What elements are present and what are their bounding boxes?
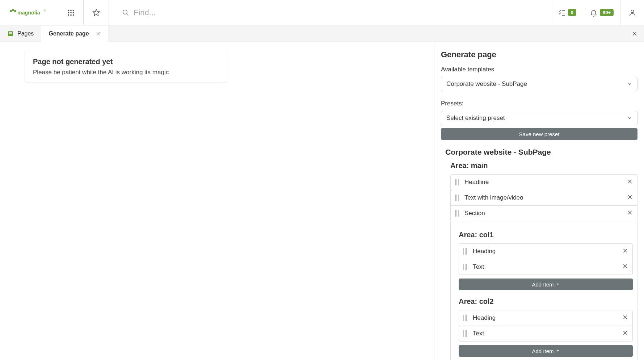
presets-label: Presets: <box>441 100 637 107</box>
remove-component-button[interactable] <box>622 314 628 322</box>
panel-title: Generate page <box>441 50 637 59</box>
template-heading: Corporate website - SubPage <box>445 148 637 156</box>
component-row-heading[interactable]: Heading <box>459 310 633 326</box>
preview-pane: Page not generated yet Please be patient… <box>0 42 434 360</box>
svg-point-5 <box>68 9 69 11</box>
remove-component-button[interactable] <box>627 210 633 217</box>
remove-component-button[interactable] <box>622 263 628 271</box>
add-item-col2-button[interactable]: Add Item <box>459 345 633 357</box>
svg-point-14 <box>123 10 127 14</box>
svg-text:magnolia: magnolia <box>17 9 41 15</box>
component-name: Heading <box>473 248 622 255</box>
remove-component-button[interactable] <box>622 330 628 337</box>
presets-value: Select existing preset <box>446 114 505 122</box>
component-row-text[interactable]: Text <box>459 326 633 342</box>
pages-icon <box>7 30 14 37</box>
svg-rect-19 <box>9 33 12 34</box>
svg-text:®: ® <box>44 9 46 12</box>
drag-handle-icon[interactable] <box>463 264 469 270</box>
component-row-text[interactable]: Text <box>459 259 633 275</box>
drag-handle-icon[interactable] <box>455 194 461 201</box>
area-main-label: Area: main <box>450 162 637 170</box>
svg-point-11 <box>68 14 69 16</box>
favorites-button[interactable] <box>83 0 109 25</box>
add-item-col1-button[interactable]: Add Item <box>459 279 633 290</box>
component-name: Section <box>464 210 627 217</box>
remove-component-button[interactable] <box>622 248 628 255</box>
caret-down-icon <box>556 282 560 286</box>
chevron-down-icon <box>627 81 632 87</box>
search-container <box>109 0 551 25</box>
notifications-button[interactable]: 99+ <box>583 0 620 25</box>
notifications-count: 99+ <box>600 9 614 16</box>
presets-select[interactable]: Select existing preset <box>441 111 637 125</box>
close-icon <box>632 31 637 37</box>
templates-label: Available templates <box>441 66 637 73</box>
caret-down-icon <box>556 349 560 353</box>
tasks-icon <box>558 9 566 17</box>
save-preset-button[interactable]: Save new preset <box>441 128 637 140</box>
component-row-section[interactable]: Section <box>450 205 637 221</box>
component-row-headline[interactable]: Headline <box>450 174 637 190</box>
svg-point-8 <box>68 12 69 13</box>
col2-components: Heading Text <box>459 310 633 342</box>
chevron-down-icon <box>627 116 632 121</box>
tabs-bar: Pages Generate page <box>0 25 644 42</box>
svg-point-7 <box>72 9 74 11</box>
templates-select[interactable]: Corporate website - SubPage <box>441 77 637 91</box>
area-col1-label: Area: col1 <box>459 231 633 239</box>
component-name: Text with image/video <box>464 194 627 201</box>
tab-label: Pages <box>17 30 34 37</box>
bell-icon <box>590 9 598 17</box>
svg-point-16 <box>631 10 634 12</box>
svg-line-15 <box>127 13 129 15</box>
main-content: Page not generated yet Please be patient… <box>0 42 644 360</box>
close-all-tabs-button[interactable] <box>625 25 644 42</box>
svg-rect-18 <box>9 32 12 33</box>
component-name: Text <box>473 263 622 271</box>
svg-point-6 <box>70 9 72 11</box>
area-col2-label: Area: col2 <box>459 297 633 306</box>
drag-handle-icon[interactable] <box>463 248 469 255</box>
remove-component-button[interactable] <box>627 194 633 201</box>
drag-handle-icon[interactable] <box>463 330 469 337</box>
component-row-text-media[interactable]: Text with image/video <box>450 190 637 206</box>
component-name: Heading <box>473 314 622 322</box>
tab-pages[interactable]: Pages <box>0 25 41 42</box>
templates-value: Corporate website - SubPage <box>446 80 527 88</box>
tab-generate-page[interactable]: Generate page <box>41 26 108 42</box>
svg-point-9 <box>70 12 72 13</box>
tab-label: Generate page <box>49 30 89 37</box>
drag-handle-icon[interactable] <box>455 210 461 217</box>
notice-body: Please be patient while the AI is workin… <box>33 69 219 76</box>
svg-point-12 <box>70 14 72 16</box>
config-panel: Generate page Available templates Corpor… <box>434 42 644 360</box>
notice-title: Page not generated yet <box>33 58 219 66</box>
main-components: Headline Text with image/video Section <box>450 174 637 221</box>
component-row-heading[interactable]: Heading <box>459 243 633 259</box>
user-menu-button[interactable] <box>620 0 644 25</box>
section-nested: Area: col1 Heading Text Add Item Area: c… <box>450 221 637 360</box>
col1-components: Heading Text <box>459 243 633 275</box>
tasks-button[interactable]: 0 <box>551 0 583 25</box>
component-name: Headline <box>464 179 627 186</box>
tasks-count: 0 <box>568 9 576 16</box>
svg-point-13 <box>72 14 74 16</box>
svg-point-0 <box>10 10 12 12</box>
user-icon <box>628 9 636 17</box>
svg-point-2 <box>14 10 16 12</box>
generation-notice: Page not generated yet Please be patient… <box>25 51 227 83</box>
drag-handle-icon[interactable] <box>455 179 461 185</box>
search-input[interactable] <box>134 8 278 17</box>
svg-point-10 <box>72 12 74 13</box>
svg-point-1 <box>12 9 14 11</box>
component-name: Text <box>473 330 622 337</box>
header-right: 0 99+ <box>551 0 644 25</box>
drag-handle-icon[interactable] <box>463 315 469 321</box>
remove-component-button[interactable] <box>627 179 633 186</box>
search-icon <box>122 9 129 16</box>
magnolia-logo[interactable]: magnolia ® <box>0 0 58 25</box>
app-header: magnolia ® 0 99+ <box>0 0 644 25</box>
close-icon[interactable] <box>96 31 101 36</box>
app-launcher-button[interactable] <box>58 0 83 25</box>
